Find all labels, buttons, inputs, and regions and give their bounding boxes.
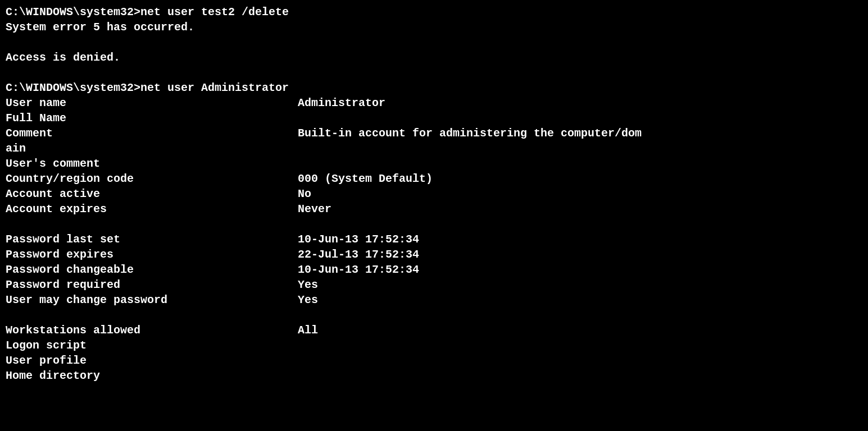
field-row: Account expiresNever <box>6 201 862 217</box>
field-value: 22-Jul-13 17:52:34 <box>298 247 862 262</box>
field-label: Comment <box>6 126 298 141</box>
field-label: Home directory <box>6 368 298 383</box>
field-value: 10-Jun-13 17:52:34 <box>298 232 862 247</box>
field-value: Yes <box>298 292 862 308</box>
field-label: Country/region code <box>6 171 298 186</box>
field-value: Administrator <box>298 95 862 111</box>
terminal-line: System error 5 has occurred. <box>6 20 862 35</box>
field-row: Home directory <box>6 368 862 383</box>
field-value: Never <box>298 201 862 217</box>
field-row: CommentBuilt-in account for administerin… <box>6 126 862 141</box>
terminal-line: C:\WINDOWS\system32>net user test2 /dele… <box>6 4 862 20</box>
field-value <box>298 368 862 383</box>
field-value: Yes <box>298 277 862 292</box>
field-row: User profile <box>6 353 862 368</box>
field-label: Full Name <box>6 111 298 126</box>
field-row: User may change passwordYes <box>6 292 862 308</box>
field-row: Workstations allowedAll <box>6 323 862 338</box>
field-value <box>298 338 862 353</box>
field-row: Password expires22-Jul-13 17:52:34 <box>6 247 862 262</box>
field-label: Account active <box>6 186 298 201</box>
field-label: User profile <box>6 353 298 368</box>
terminal-line: Access is denied. <box>6 50 862 65</box>
field-value: Built-in account for administering the c… <box>298 126 862 141</box>
terminal-line: C:\WINDOWS\system32>net user Administrat… <box>6 80 862 95</box>
terminal-line: ain <box>6 141 862 156</box>
field-value: 000 (System Default) <box>298 171 862 186</box>
field-label: Account expires <box>6 201 298 217</box>
field-value <box>298 111 862 126</box>
field-label: Workstations allowed <box>6 323 298 338</box>
field-row: User's comment <box>6 156 862 171</box>
field-row: Password requiredYes <box>6 277 862 292</box>
field-row: User nameAdministrator <box>6 95 862 111</box>
blank-line <box>6 308 862 323</box>
blank-line <box>6 35 862 50</box>
field-value: All <box>298 323 862 338</box>
field-value <box>298 353 862 368</box>
terminal-window: C:\WINDOWS\system32>net user test2 /dele… <box>6 4 862 383</box>
field-label: User name <box>6 95 298 111</box>
field-label: User's comment <box>6 156 298 171</box>
field-row: Logon script <box>6 338 862 353</box>
field-label: Password required <box>6 277 298 292</box>
field-label: Password changeable <box>6 262 298 277</box>
field-value: 10-Jun-13 17:52:34 <box>298 262 862 277</box>
blank-line <box>6 65 862 80</box>
field-value <box>298 156 862 171</box>
field-label: Logon script <box>6 338 298 353</box>
field-row: Account activeNo <box>6 186 862 201</box>
field-label: Password expires <box>6 247 298 262</box>
field-row: Full Name <box>6 111 862 126</box>
field-value: No <box>298 186 862 201</box>
field-row: Country/region code000 (System Default) <box>6 171 862 186</box>
field-row: Password changeable10-Jun-13 17:52:34 <box>6 262 862 277</box>
field-row: Password last set10-Jun-13 17:52:34 <box>6 232 862 247</box>
field-label: User may change password <box>6 292 298 308</box>
blank-line <box>6 217 862 232</box>
field-label: Password last set <box>6 232 298 247</box>
